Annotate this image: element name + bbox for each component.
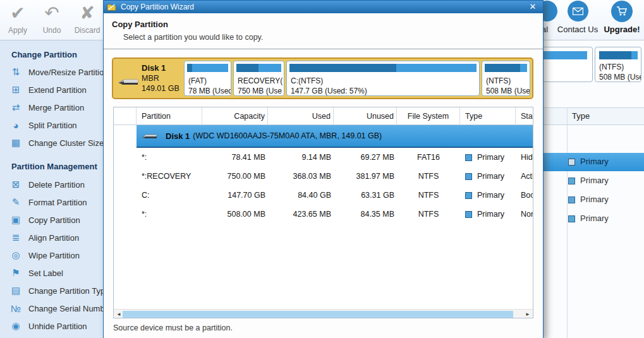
cell-type: Primary [477,153,504,162]
split-partition-icon: ◕ [6,120,25,131]
contact-us-label[interactable]: Contact Us [556,25,599,34]
scroll-right-icon[interactable]: ► [525,311,530,317]
close-icon[interactable]: ✕ [527,1,538,12]
disk-strip-panel: Disk 1 MBR 149.01 GB (FAT) 78 MB (Used R… [112,57,533,99]
pencil-icon: ✎ [6,196,25,208]
partition-block-c[interactable]: C:(NTFS) 147.7 GB (Used: 57%) [286,61,480,96]
sidebar-item-align[interactable]: ≣ Align Partition [6,229,79,246]
partition-type-icon [465,173,472,180]
sidebar-item-copy[interactable]: ▣ Copy Partition [6,211,80,229]
copy-partition-wizard-dialog: Copy Partition Wizard ✕ Copy Partition S… [103,0,544,338]
sidebar-item-format[interactable]: ✎ Format Partition [6,193,87,211]
move-resize-icon: ⇅ [6,66,25,78]
trash-icon: ⊠ [6,179,25,190]
sidebar-item-extend[interactable]: ⊞ Extend Partition [6,81,87,99]
bg-row-type[interactable]: Primary [580,214,609,223]
partition-row-recovery[interactable]: *:RECOVERY 750.00 MB 368.03 MB 381.97 MB… [114,167,533,186]
dialog-header: Copy Partition Select a partition you wo… [104,13,543,49]
discard-button[interactable]: ✘ Discard [70,3,105,35]
copy-icon: ▣ [6,214,25,226]
cell-file-system: NTFS [397,205,460,224]
sidebar-item-wipe[interactable]: ◎ Wipe Partition [6,246,80,264]
cell-used: 84.40 GB [268,186,334,205]
bg-partition-type-icon [568,159,575,166]
sidebar-item-split[interactable]: ◕ Split Partition [6,116,77,134]
cell-partition: *:RECOVERY [137,167,202,186]
col-used: Used [268,107,334,125]
upgrade-label[interactable]: Upgrade! [600,25,643,34]
dialog-heading: Copy Partition [112,20,168,29]
sidebar-item-delete[interactable]: ⊠ Delete Partition [6,176,85,193]
apply-check-icon: ✔ [3,3,33,25]
cell-capacity: 147.70 GB [202,186,268,205]
discard-x-icon: ✘ [70,3,105,25]
cell-used: 9.14 MB [268,148,334,167]
dialog-subtitle: Select a partition you would like to cop… [123,33,263,42]
sidebar-item-cluster-size[interactable]: ▦ Change Cluster Size [6,134,104,152]
wizard-icon [107,3,116,11]
dialog-footnote: Source device must be a partition. [113,323,233,332]
dialog-titlebar[interactable]: Copy Partition Wizard ✕ [104,1,543,13]
dialog-title: Copy Partition Wizard [121,3,194,11]
cell-status: Boot [516,186,533,205]
bg-usage-bar-used [599,51,631,59]
sidebar-item-set-label[interactable]: ⚑ Set Label [6,264,63,282]
col-type: Type [460,107,516,125]
sidebar-item-unhide[interactable]: ◉ Unhide Partition [6,317,87,335]
cell-unused: 63.31 GB [334,186,397,205]
horizontal-scrollbar[interactable]: ◄ ► [114,309,533,318]
undo-button[interactable]: ↶ Undo [35,3,68,35]
upgrade-button[interactable] [611,1,633,22]
cell-file-system: FAT16 [397,148,460,167]
contact-us-button[interactable] [568,1,588,21]
cell-unused: 381.97 MB [334,167,397,186]
disk-row-selected[interactable]: Disk 1 (WDC WD1600AAJS-75M0A0 ATA, MBR, … [137,125,533,148]
extend-partition-icon: ⊞ [6,84,25,95]
partition-row-ntfs[interactable]: *: 508.00 MB 423.65 MB 84.35 MB NTFS Pri… [114,205,533,224]
bg-usage-bar-free [599,51,638,59]
cell-partition: *: [137,148,202,167]
cell-status: Normal [516,205,533,224]
cell-used: 368.03 MB [268,167,334,186]
sidebar-item-merge[interactable]: ⇄ Merge Partition [6,99,84,116]
cell-status: Hidden [516,148,533,167]
partition-row-c[interactable]: C: 147.70 GB 84.40 GB 63.31 GB NTFS Prim… [114,186,533,205]
partition-size: 750 MB (Use [238,87,282,95]
cell-used: 423.65 MB [268,205,334,224]
sidebar-item-move-resize[interactable]: ⇅ Move/Resize Partition [6,63,108,81]
tag-icon: ⚑ [6,267,25,279]
cell-capacity: 78.41 MB [202,148,268,167]
serial-number-icon: № [6,303,25,314]
scrollbar-thumb[interactable] [123,311,513,318]
col-unused: Unused [334,107,397,125]
cell-status: Active [516,167,533,186]
partition-block-fat[interactable]: (FAT) 78 MB (Used [184,61,231,96]
eye-icon: ◉ [6,320,25,332]
usage-bar [236,64,281,72]
cell-unused: 69.27 MB [334,148,397,167]
scroll-left-icon[interactable]: ◄ [116,311,121,317]
col-partition: Partition [137,107,202,125]
bg-row-type[interactable]: Primary [580,195,609,204]
col-file-system: File System [397,107,460,125]
bg-partition-block-ntfs[interactable]: (NTFS) 508 MB (Use [595,47,641,82]
disk-size: 149.01 GB [142,84,179,93]
app-window: ✔ Apply ↶ Undo ✘ Discard al Contact Us U… [0,0,644,338]
col-status: Status [516,107,533,125]
apply-button[interactable]: ✔ Apply [3,3,33,35]
bg-partition-type-icon [568,196,575,203]
sidebar-item-change-serial[interactable]: № Change Serial Number [6,299,112,317]
partition-row-fat[interactable]: *: 78.41 MB 9.14 MB 69.27 MB FAT16 Prima… [114,148,533,167]
undo-arrow-icon: ↶ [35,3,68,25]
section-partition-management: Partition Management [11,162,97,171]
cell-capacity: 508.00 MB [202,205,268,224]
cell-file-system: NTFS [397,167,460,186]
bg-partition-type-icon [568,178,575,184]
bg-row-type[interactable]: Primary [580,176,609,185]
partition-label: (NTFS) [486,76,511,85]
partition-block-recovery[interactable]: RECOVERY( 750 MB (Use [233,61,284,96]
cell-type: Primary [477,191,504,200]
wipe-icon: ◎ [6,250,25,261]
sidebar-item-change-type[interactable]: ▤ Change Partition Type [6,282,109,299]
partition-block-ntfs[interactable]: (NTFS) 508 MB (Use [482,61,530,96]
